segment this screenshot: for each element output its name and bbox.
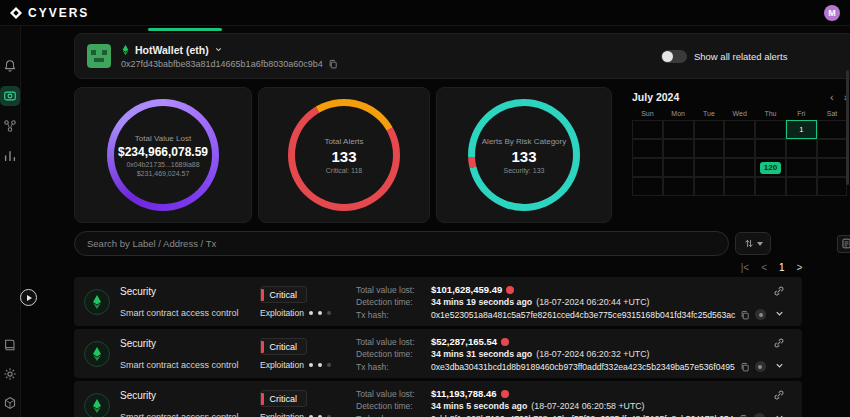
detection-time-line: Detection time: 34 mins 19 seconds ago (… bbox=[356, 297, 766, 307]
sort-button[interactable] bbox=[735, 232, 771, 255]
explorer-icon[interactable] bbox=[755, 361, 766, 372]
calendar-cell[interactable] bbox=[663, 139, 694, 158]
eth-alert-icon bbox=[84, 393, 110, 417]
phase-row: Exploitation bbox=[260, 412, 331, 417]
phase-dot bbox=[318, 311, 322, 315]
brand-logo[interactable]: CYVERS bbox=[10, 6, 89, 20]
alert-row[interactable]: Security Smart contract access control C… bbox=[74, 381, 802, 417]
calendar-cell[interactable] bbox=[663, 177, 694, 196]
expand-chevron-icon[interactable] bbox=[774, 308, 785, 319]
calendar-cell[interactable] bbox=[817, 139, 848, 158]
calendar-cell[interactable] bbox=[632, 177, 663, 196]
alert-category-block: Security Smart contract access control bbox=[120, 338, 260, 370]
expand-chevron-icon[interactable] bbox=[774, 412, 785, 417]
link-icon[interactable] bbox=[773, 389, 785, 401]
weekday-label: Tue bbox=[694, 110, 725, 117]
calendar-grid: 1 120 bbox=[632, 120, 847, 196]
tx-hash-line: Tx hash: 0x1e523051a8a481c5a57fe8261cced… bbox=[356, 309, 766, 320]
scan-icon[interactable] bbox=[0, 86, 20, 106]
copy-hash-icon[interactable] bbox=[740, 362, 750, 372]
calendar-cell[interactable] bbox=[694, 120, 725, 139]
play-button[interactable] bbox=[20, 289, 37, 306]
alert-row[interactable]: Security Smart contract access control C… bbox=[74, 277, 802, 326]
copy-address-icon[interactable] bbox=[328, 59, 338, 69]
calendar-cell-highlighted[interactable]: 1 bbox=[786, 120, 817, 139]
calendar-cell[interactable] bbox=[663, 120, 694, 139]
wallet-selector[interactable]: HotWallet (eth) bbox=[121, 44, 338, 56]
alert-category-block: Security Smart contract access control bbox=[120, 390, 260, 417]
show-related-alerts-toggle[interactable] bbox=[661, 50, 687, 63]
gear-icon[interactable] bbox=[0, 364, 20, 384]
bell-icon[interactable] bbox=[0, 56, 20, 76]
user-avatar[interactable]: M bbox=[824, 5, 840, 21]
link-icon[interactable] bbox=[773, 285, 785, 297]
calendar-cell[interactable] bbox=[817, 158, 848, 177]
phase-dot bbox=[327, 311, 331, 315]
sidebar-bottom bbox=[0, 335, 20, 413]
search-input[interactable] bbox=[74, 231, 729, 256]
tx-hash-label: Tx hash: bbox=[356, 310, 431, 320]
weekday-label: Fri bbox=[786, 110, 817, 117]
copy-hash-icon[interactable] bbox=[740, 310, 750, 320]
calendar-cell[interactable] bbox=[786, 158, 817, 177]
calendar-cell[interactable] bbox=[817, 120, 848, 139]
link-icon[interactable] bbox=[773, 337, 785, 349]
donut-total-value-lost: Total Value Lost $234,966,078.59 0x04b21… bbox=[107, 99, 219, 211]
calendar-cell[interactable] bbox=[632, 139, 663, 158]
donut-total-alerts: Total Alerts 133 Critical: 118 bbox=[288, 99, 400, 211]
scrollbar[interactable] bbox=[846, 70, 849, 185]
calendar-cell[interactable] bbox=[724, 120, 755, 139]
calendar-cell[interactable] bbox=[817, 177, 848, 196]
cube-icon[interactable] bbox=[0, 393, 20, 413]
calendar-cell[interactable] bbox=[694, 158, 725, 177]
calendar-cell[interactable] bbox=[663, 158, 694, 177]
detection-time-ago: 34 mins 19 seconds ago bbox=[431, 297, 532, 307]
loss-icon bbox=[501, 390, 509, 398]
tx-hash-line: Tx hash: 0xe3dba30431bcd1d8b9189460cb973… bbox=[356, 361, 766, 372]
severity-badge: Critical bbox=[260, 286, 307, 303]
next-page-button[interactable]: > bbox=[797, 262, 803, 273]
book-icon[interactable] bbox=[0, 335, 20, 355]
export-csv-button[interactable] bbox=[837, 235, 850, 253]
prev-page-button[interactable]: < bbox=[761, 262, 767, 273]
severity-bar bbox=[261, 341, 264, 353]
explorer-icon[interactable] bbox=[755, 309, 766, 320]
cyvers-dashboard: { "colors": { "accent_green": "#19c37d",… bbox=[0, 0, 850, 417]
severity-label: Critical bbox=[270, 342, 298, 352]
calendar-cell[interactable] bbox=[755, 120, 786, 139]
calendar-cell[interactable] bbox=[724, 158, 755, 177]
calendar-prev-icon[interactable]: ‹ bbox=[830, 91, 834, 103]
active-tab-indicator bbox=[148, 28, 222, 31]
detection-time-line: Detection time: 34 mins 31 seconds ago (… bbox=[356, 349, 766, 359]
value-lost-line: Total value lost: $52,287,165.54 bbox=[356, 336, 766, 347]
calendar-cell[interactable] bbox=[755, 139, 786, 158]
calendar-cell[interactable] bbox=[786, 139, 817, 158]
alert-severity-block: Critical Exploitation bbox=[260, 286, 356, 318]
calendar-cell[interactable] bbox=[755, 177, 786, 196]
calendar-cell[interactable] bbox=[694, 139, 725, 158]
detection-time-label: Detection time: bbox=[356, 401, 431, 411]
calendar-cell[interactable] bbox=[632, 158, 663, 177]
value-lost-label: Total value lost: bbox=[356, 389, 431, 399]
explorer-icon[interactable] bbox=[754, 413, 765, 417]
tx-hash-label: Tx hash: bbox=[356, 362, 431, 372]
calendar-cell[interactable] bbox=[786, 177, 817, 196]
phase-dot bbox=[327, 363, 331, 367]
detection-timestamp: (18-07-2024 06:20:32 +UTC) bbox=[536, 349, 649, 359]
expand-chevron-icon[interactable] bbox=[774, 360, 785, 371]
calendar-cell-event[interactable]: 120 bbox=[755, 158, 786, 177]
chart-icon[interactable] bbox=[0, 146, 20, 166]
calendar-panel: July 2024 ‹ › Sun Mon Tue Wed Thu Fri Sa… bbox=[618, 87, 850, 223]
copy-hash-icon[interactable] bbox=[739, 414, 749, 417]
calendar-cell[interactable] bbox=[724, 139, 755, 158]
integrations-icon[interactable] bbox=[0, 116, 20, 136]
calendar-cell[interactable] bbox=[694, 177, 725, 196]
weekday-label: Sun bbox=[632, 110, 663, 117]
first-page-button[interactable]: |< bbox=[741, 262, 749, 273]
calendar-cell[interactable] bbox=[632, 120, 663, 139]
wallet-card: HotWallet (eth) 0x27fd43babfbe83a81d1466… bbox=[74, 33, 850, 79]
alert-row[interactable]: Security Smart contract access control C… bbox=[74, 329, 802, 378]
stat-card-total-value-lost: Total Value Lost $234,966,078.59 0x04b21… bbox=[74, 87, 252, 223]
calendar-cell[interactable] bbox=[724, 177, 755, 196]
eth-icon bbox=[121, 44, 130, 56]
